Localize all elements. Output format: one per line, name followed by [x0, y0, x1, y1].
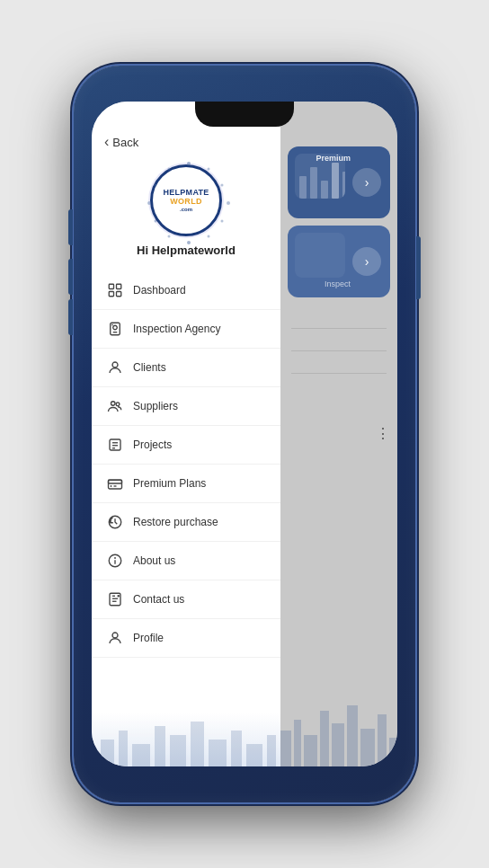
svg-rect-50	[321, 181, 328, 199]
svg-rect-38	[101, 740, 114, 766]
svg-rect-39	[119, 731, 128, 766]
menu-item-about-us[interactable]: About us	[92, 542, 280, 580]
svg-rect-51	[332, 163, 339, 199]
phone-screen: ‹ Back	[92, 102, 397, 766]
svg-rect-62	[389, 738, 397, 766]
svg-rect-42	[170, 735, 186, 766]
menu-label-about: About us	[133, 554, 175, 567]
svg-rect-13	[117, 284, 121, 288]
svg-rect-45	[231, 731, 242, 766]
svg-rect-15	[117, 292, 121, 297]
menu-item-premium-plans[interactable]: Premium Plans	[92, 465, 280, 503]
inspection-icon	[106, 320, 124, 338]
menu-label-suppliers: Suppliers	[133, 400, 178, 412]
premium-arrow[interactable]: ›	[352, 168, 381, 197]
svg-point-2	[221, 184, 224, 187]
menu-item-projects[interactable]: Projects	[92, 426, 280, 465]
svg-rect-41	[155, 726, 165, 766]
svg-rect-55	[294, 720, 301, 766]
profile-icon	[106, 629, 124, 647]
logo-area: HELPMATE WORLD .com Hi Helpmateworld	[92, 157, 280, 268]
menu-label-projects: Projects	[133, 438, 172, 451]
svg-point-3	[227, 201, 230, 205]
svg-point-8	[155, 220, 157, 223]
svg-point-21	[111, 402, 116, 406]
main-panel: Premium › Inspect › ⋮ ⋮	[280, 102, 397, 766]
menu-label-dashboard: Dashboard	[133, 284, 186, 297]
svg-rect-40	[132, 744, 150, 766]
svg-rect-61	[378, 714, 387, 766]
svg-point-36	[118, 596, 119, 597]
svg-rect-54	[280, 731, 291, 766]
premium-label: Premium	[316, 154, 351, 163]
svg-rect-60	[360, 729, 375, 766]
main-panel-content: Premium › Inspect › ⋮ ⋮	[280, 102, 397, 403]
inspect-card[interactable]: Inspect ›	[288, 226, 390, 297]
menu-item-profile[interactable]: Profile	[92, 619, 280, 658]
svg-rect-44	[209, 740, 227, 766]
svg-rect-58	[332, 723, 344, 766]
drawer-city-bg	[92, 713, 280, 766]
menu-label-clients: Clients	[133, 361, 166, 374]
projects-icon	[106, 436, 124, 454]
svg-rect-59	[347, 705, 358, 766]
phone-shell: ‹ Back	[74, 66, 415, 802]
menu-item-dashboard[interactable]: Dashboard	[92, 271, 280, 310]
contact-icon	[106, 590, 124, 608]
svg-rect-27	[109, 480, 122, 489]
back-label: Back	[112, 136, 138, 149]
svg-point-37	[112, 633, 118, 638]
restore-icon	[106, 513, 124, 531]
menu-label-inspection: Inspection Agency	[133, 323, 220, 335]
back-arrow-icon: ‹	[104, 134, 109, 150]
dots-4[interactable]: ⋮	[376, 427, 390, 441]
menu-label-contact: Contact us	[133, 593, 184, 606]
svg-point-22	[116, 403, 120, 406]
svg-point-11	[168, 168, 171, 171]
svg-rect-14	[109, 292, 113, 297]
svg-point-0	[187, 162, 191, 165]
premium-card[interactable]: Premium ›	[288, 146, 390, 218]
menu-label-profile: Profile	[133, 632, 164, 644]
svg-rect-48	[299, 176, 307, 199]
svg-point-1	[208, 168, 210, 171]
svg-rect-49	[310, 167, 317, 199]
notch	[195, 102, 294, 127]
svg-point-6	[187, 241, 191, 244]
svg-point-5	[208, 235, 210, 238]
menu-list: Dashboard Inspection Agency	[92, 268, 280, 713]
logo-circle: HELPMATE WORLD .com	[150, 164, 222, 236]
svg-rect-12	[109, 284, 113, 288]
about-icon	[106, 552, 124, 570]
svg-rect-57	[320, 711, 329, 766]
svg-rect-46	[246, 744, 262, 766]
svg-point-4	[221, 220, 224, 223]
clients-icon	[106, 359, 124, 376]
svg-point-10	[155, 184, 157, 187]
inspect-arrow[interactable]: ›	[352, 247, 381, 276]
premium-icon	[106, 474, 124, 492]
svg-point-9	[147, 201, 151, 205]
svg-point-7	[168, 235, 171, 238]
dashboard-icon	[106, 281, 124, 299]
menu-item-inspection-agency[interactable]: Inspection Agency	[92, 310, 280, 349]
menu-item-clients[interactable]: Clients	[92, 349, 280, 387]
menu-item-suppliers[interactable]: Suppliers	[92, 387, 280, 426]
suppliers-icon	[106, 397, 124, 415]
menu-item-contact-us[interactable]: Contact us	[92, 580, 280, 619]
menu-label-premium: Premium Plans	[133, 477, 206, 490]
svg-rect-56	[304, 735, 317, 766]
svg-rect-47	[267, 735, 276, 766]
svg-point-20	[112, 362, 118, 368]
svg-point-17	[113, 325, 118, 330]
menu-item-restore-purchase[interactable]: Restore purchase	[92, 503, 280, 542]
svg-rect-43	[191, 722, 204, 766]
svg-rect-52	[342, 172, 345, 199]
menu-label-restore: Restore purchase	[133, 516, 218, 528]
inspect-label: Inspect	[325, 279, 351, 288]
svg-rect-28	[109, 480, 122, 483]
drawer-panel: ‹ Back	[92, 102, 280, 766]
